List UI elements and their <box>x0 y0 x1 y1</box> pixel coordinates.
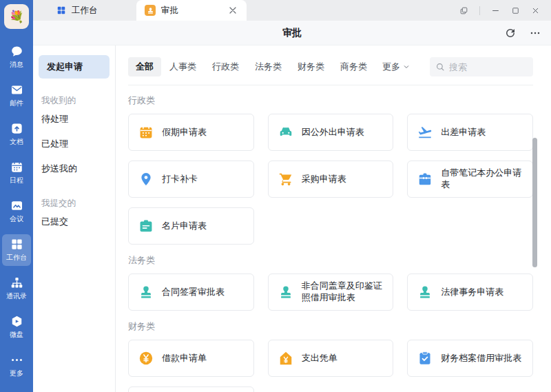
filter-more-button[interactable]: 更多 <box>375 57 418 76</box>
form-card-假期申请表[interactable]: 假期申请表 <box>128 114 254 151</box>
chat-bubble-icon <box>10 45 23 58</box>
form-card-label: 法律事务申请表 <box>441 287 503 298</box>
form-card-支出凭单[interactable]: 支出凭单 <box>268 340 394 377</box>
nav-group-title: 我提交的 <box>33 198 115 209</box>
sidebar-item-邮件[interactable]: 邮件 <box>2 80 31 112</box>
form-card-label: 合同签署审批表 <box>162 287 225 298</box>
sidebar-item-消息[interactable]: 消息 <box>2 41 31 73</box>
section: 法务类合同签署审批表非合同盖章及印鉴证照借用审批表法律事务申请表 <box>128 254 533 311</box>
form-card-非合同盖章及印鉴证照借用审批表[interactable]: 非合同盖章及印鉴证照借用审批表 <box>268 274 394 311</box>
stamp-badge-icon <box>145 5 156 16</box>
sidebar-item-日程[interactable]: 日程 <box>2 157 31 189</box>
filter-tab-人事类[interactable]: 人事类 <box>162 57 204 76</box>
filter-tab-全部[interactable]: 全部 <box>128 57 161 76</box>
stamp-icon <box>138 285 154 300</box>
chevron-down-icon <box>402 63 410 71</box>
tab-workbench[interactable]: 工作台 <box>48 0 136 21</box>
divider <box>128 85 533 85</box>
tab-workbench-label: 工作台 <box>72 5 98 17</box>
form-card-打卡补卡[interactable]: 打卡补卡 <box>128 161 254 198</box>
contacts-icon <box>10 276 23 289</box>
sidebar-item-label: 更多 <box>10 369 23 378</box>
clipboard-check-icon <box>417 351 433 366</box>
page-title: 审批 <box>282 27 302 39</box>
sidebar-item-微盘[interactable]: 微盘 <box>2 311 31 343</box>
form-card-名片申请表[interactable]: 名片申请表 <box>128 207 254 245</box>
section: 财务类借款申请单支出凭单财务档案借用审批表差旅费报销单 <box>128 320 533 392</box>
search-box[interactable] <box>430 57 533 76</box>
more-dots-icon[interactable] <box>529 28 541 39</box>
restore-icon[interactable] <box>459 6 468 15</box>
sidebar-item-更多[interactable]: 更多 <box>2 350 31 382</box>
tab-bar: 工作台 审批 <box>33 0 551 21</box>
nav-item-抄送我的[interactable]: 抄送我的 <box>33 156 115 181</box>
id-card-icon <box>138 218 154 234</box>
tab-close-icon[interactable] <box>227 5 238 16</box>
location-pin-icon <box>138 172 154 187</box>
calendar-icon <box>138 125 154 140</box>
form-card-因公外出申请表[interactable]: 因公外出申请表 <box>268 114 394 151</box>
sidebar-item-label: 邮件 <box>10 99 23 108</box>
minimize-icon[interactable] <box>491 6 500 15</box>
sidebar-item-通讯录[interactable]: 通讯录 <box>2 273 31 305</box>
mail-icon <box>10 83 23 96</box>
nav-groups: 我收到的待处理已处理抄送我的我提交的已提交 <box>33 95 115 234</box>
app-window: 💐 消息邮件文档日程会议工作台通讯录微盘更多 工作台 审批 <box>0 0 551 392</box>
form-card-法律事务申请表[interactable]: 法律事务申请表 <box>407 274 533 311</box>
window-controls <box>459 0 551 21</box>
section-title: 法务类 <box>128 254 533 267</box>
expense-icon <box>278 351 293 366</box>
search-icon <box>435 62 445 72</box>
maximize-icon[interactable] <box>511 6 520 15</box>
card-grid: 假期申请表因公外出申请表出差申请表打卡补卡采购申请表自带笔记本办公申请表名片申请… <box>128 114 533 245</box>
nav-sidebar: 发起申请 我收到的待处理已处理抄送我的我提交的已提交 <box>33 45 116 392</box>
avatar[interactable]: 💐 <box>4 4 29 29</box>
search-input[interactable] <box>449 62 528 72</box>
filter-tab-法务类[interactable]: 法务类 <box>247 57 289 76</box>
tab-approval-label: 审批 <box>161 5 178 17</box>
form-card-label: 出差申请表 <box>441 127 486 138</box>
nav-group-title: 我收到的 <box>33 95 115 107</box>
form-card-采购申请表[interactable]: 采购申请表 <box>268 161 394 198</box>
sidebar-item-label: 会议 <box>10 214 23 224</box>
form-card-出差申请表[interactable]: 出差申请表 <box>407 114 533 151</box>
close-icon[interactable] <box>531 6 540 15</box>
yen-circle-icon <box>138 351 154 366</box>
nav-item-已提交[interactable]: 已提交 <box>33 209 115 234</box>
divider <box>479 6 480 15</box>
filter-tab-财务类[interactable]: 财务类 <box>290 57 332 76</box>
document-icon <box>10 122 23 135</box>
sidebar-item-会议[interactable]: 会议 <box>2 196 31 227</box>
sidebar-item-label: 通讯录 <box>6 291 27 301</box>
section: 行政类假期申请表因公外出申请表出差申请表打卡补卡采购申请表自带笔记本办公申请表名… <box>128 94 533 245</box>
filter-bar: 全部人事类行政类法务类财务类商务类 更多 <box>128 57 533 76</box>
section-title: 财务类 <box>128 320 533 333</box>
app-sidebar: 💐 消息邮件文档日程会议工作台通讯录微盘更多 <box>0 0 33 392</box>
plane-takeoff-icon <box>417 125 433 140</box>
stamp-icon <box>417 285 433 300</box>
form-card-差旅费报销单[interactable]: 差旅费报销单 <box>128 386 254 392</box>
form-card-合同签署审批表[interactable]: 合同签署审批表 <box>128 274 254 311</box>
nav-item-待处理[interactable]: 待处理 <box>33 107 115 132</box>
form-card-label: 名片申请表 <box>162 220 207 232</box>
filter-tab-行政类[interactable]: 行政类 <box>205 57 247 76</box>
meeting-icon <box>10 199 23 212</box>
filter-tab-商务类[interactable]: 商务类 <box>333 57 375 76</box>
form-card-财务档案借用审批表[interactable]: 财务档案借用审批表 <box>407 340 533 377</box>
start-request-button[interactable]: 发起申请 <box>39 55 110 79</box>
form-card-自带笔记本办公申请表[interactable]: 自带笔记本办公申请表 <box>407 161 533 198</box>
grid-icon <box>10 238 23 251</box>
sidebar-item-文档[interactable]: 文档 <box>2 118 31 150</box>
refresh-icon[interactable] <box>504 27 517 39</box>
scrollbar-thumb[interactable] <box>532 138 537 267</box>
sidebar-item-工作台[interactable]: 工作台 <box>2 234 31 266</box>
form-card-label: 支出凭单 <box>302 353 337 364</box>
sidebar-item-label: 文档 <box>10 137 23 147</box>
sidebar-item-label: 消息 <box>10 60 23 70</box>
form-card-借款申请单[interactable]: 借款申请单 <box>128 340 254 377</box>
form-card-label: 自带笔记本办公申请表 <box>441 167 526 191</box>
nav-item-已处理[interactable]: 已处理 <box>33 132 115 156</box>
grid-icon <box>56 6 66 15</box>
form-card-label: 因公外出申请表 <box>302 127 364 138</box>
tab-approval[interactable]: 审批 <box>136 0 247 21</box>
